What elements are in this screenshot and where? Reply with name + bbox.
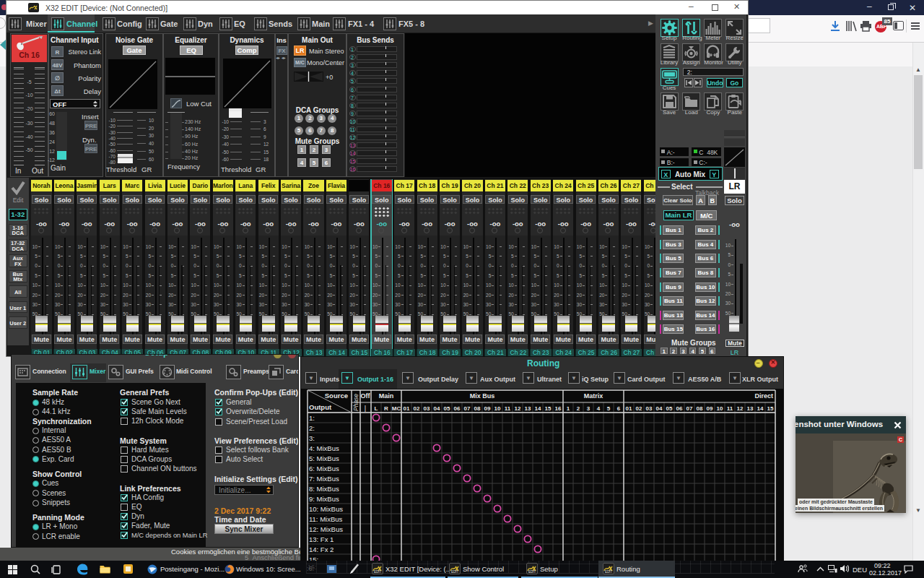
svg-text:03: 03 <box>646 405 653 412</box>
svg-text:11: 11 <box>727 405 733 412</box>
svg-text:01: 01 <box>404 405 410 412</box>
svg-text:3:: 3: <box>309 434 315 442</box>
svg-text:15: 15 <box>767 405 774 412</box>
svg-text:06: 06 <box>676 405 683 412</box>
svg-text:L: L <box>375 405 378 412</box>
svg-text:12: 12 <box>737 405 744 412</box>
svg-text:5: 5 <box>607 405 611 412</box>
svg-text:1: 1 <box>567 405 570 412</box>
svg-text:02: 02 <box>414 405 420 412</box>
svg-text:02: 02 <box>636 405 642 412</box>
svg-text:16: 16 <box>555 405 562 412</box>
svg-text:2:: 2: <box>309 424 315 432</box>
svg-text:Direct: Direct <box>754 392 773 400</box>
svg-text:09: 09 <box>707 405 713 412</box>
svg-text:14: 14 <box>757 405 764 412</box>
svg-text:04: 04 <box>656 405 663 412</box>
svg-text:Output: Output <box>309 403 332 411</box>
svg-text:10: 10 <box>717 405 723 412</box>
svg-text:10: 10 <box>494 405 501 412</box>
svg-text:07: 07 <box>687 405 693 412</box>
svg-text:9: MixBus: 9: MixBus <box>309 495 339 503</box>
svg-text:11: 11 <box>505 405 511 412</box>
svg-text:05: 05 <box>666 405 673 412</box>
svg-text:14: 14 <box>535 405 541 412</box>
svg-text:EDIT: EDIT <box>374 570 382 574</box>
svg-text:Off: Off <box>361 392 371 400</box>
svg-text:EDIT: EDIT <box>451 570 459 574</box>
svg-text:06: 06 <box>454 405 461 412</box>
svg-text:EDIT: EDIT <box>605 570 613 574</box>
svg-text:|: | <box>365 405 366 412</box>
svg-text:MC: MC <box>392 405 401 412</box>
svg-text:2: 2 <box>577 405 580 412</box>
svg-text:08: 08 <box>474 405 481 412</box>
svg-text:Matrix: Matrix <box>584 392 603 400</box>
svg-text:Main: Main <box>379 392 394 400</box>
svg-text:10: MixBus: 10: MixBus <box>309 505 343 513</box>
svg-text:05: 05 <box>444 405 450 412</box>
svg-text:4: 4 <box>597 405 601 412</box>
svg-text:Phase: Phase <box>352 394 359 411</box>
svg-text:03: 03 <box>424 405 430 412</box>
svg-text:14: Fx 2: 14: Fx 2 <box>309 545 334 553</box>
svg-text:Source: Source <box>325 392 348 400</box>
svg-text:12: MixBus: 12: MixBus <box>309 525 343 533</box>
svg-text:09: 09 <box>484 405 491 412</box>
svg-text:01: 01 <box>626 405 632 412</box>
svg-text:11: MixBus: 11: MixBus <box>309 515 343 523</box>
svg-text:04: 04 <box>434 405 440 412</box>
svg-text:13: 13 <box>525 405 531 412</box>
svg-text:5: MixBus: 5: MixBus <box>309 454 339 462</box>
svg-text:8: MixBus: 8: MixBus <box>309 485 339 493</box>
svg-text:15: 15 <box>545 405 552 412</box>
svg-text:6: MixBus: 6: MixBus <box>309 465 339 473</box>
svg-text:7: MixBus: 7: MixBus <box>309 475 339 483</box>
svg-text:13: Fx 1: 13: Fx 1 <box>309 535 334 543</box>
svg-text:R: R <box>384 405 388 412</box>
svg-text:6: 6 <box>617 405 621 412</box>
svg-text:Mix Bus: Mix Bus <box>470 392 495 400</box>
svg-text:3: 3 <box>587 405 590 412</box>
svg-text:13: 13 <box>747 405 754 412</box>
svg-text:4: MixBus: 4: MixBus <box>309 444 339 452</box>
svg-text:08: 08 <box>697 405 703 412</box>
svg-text:1:: 1: <box>309 414 315 422</box>
svg-text:12: 12 <box>515 405 521 412</box>
svg-text:07: 07 <box>464 405 471 412</box>
svg-text:EDIT: EDIT <box>528 570 536 574</box>
